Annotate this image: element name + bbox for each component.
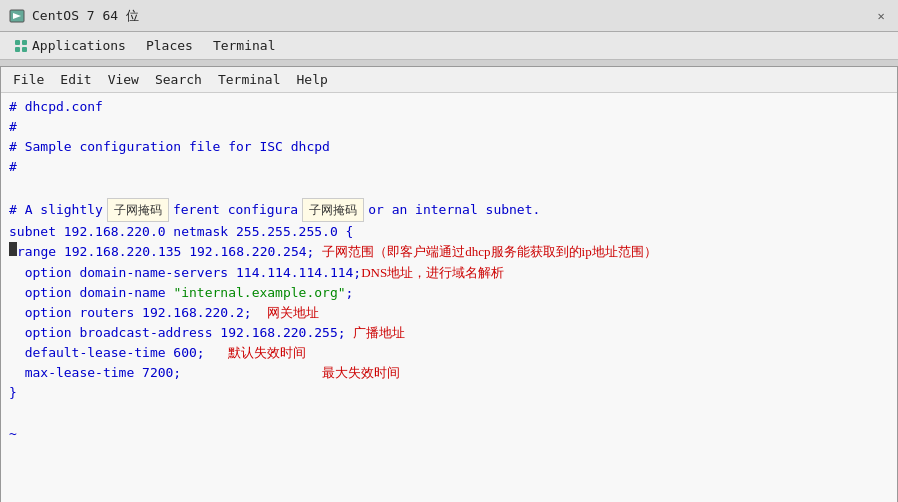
search-menu[interactable]: Search xyxy=(147,70,210,89)
window-icon xyxy=(8,7,26,25)
close-button[interactable]: ✕ xyxy=(872,7,890,25)
help-menu[interactable]: Help xyxy=(289,70,336,89)
terminal-window: File Edit View Search Terminal Help # dh… xyxy=(0,66,898,502)
line-tilde: ~ xyxy=(9,424,889,444)
popup-subnet-mask-1: 子网掩码 xyxy=(107,198,169,223)
line-dns: option domain-name-servers 114.114.114.1… xyxy=(9,263,889,283)
terminal-menu[interactable]: Terminal xyxy=(203,36,286,55)
svg-rect-5 xyxy=(22,47,27,52)
edit-menu[interactable]: Edit xyxy=(52,70,99,89)
line-broadcast: option broadcast-address 192.168.220.255… xyxy=(9,323,889,343)
popup-subnet-mask-2: 子网掩码 xyxy=(302,198,364,223)
inner-menu-bar: File Edit View Search Terminal Help xyxy=(1,67,897,93)
view-menu[interactable]: View xyxy=(100,70,147,89)
svg-rect-4 xyxy=(15,47,20,52)
title-bar: CentOS 7 64 位 ✕ xyxy=(0,0,898,32)
line-routers: option routers 192.168.220.2; 网关地址 xyxy=(9,303,889,323)
line-domain-name: option domain-name "internal.example.org… xyxy=(9,283,889,303)
line-subnet: subnet 192.168.220.0 netmask 255.255.255… xyxy=(9,222,889,242)
places-menu[interactable]: Places xyxy=(136,36,203,55)
svg-rect-2 xyxy=(15,40,20,45)
line-dhcpd-conf: # dhcpd.conf xyxy=(9,97,889,117)
line-sample: # Sample configuration file for ISC dhcp… xyxy=(9,137,889,157)
file-menu[interactable]: File xyxy=(5,70,52,89)
line-slightly: # A slightly 子网掩码 ferent configura 子网掩码 … xyxy=(9,198,889,223)
window-title: CentOS 7 64 位 xyxy=(32,7,872,25)
line-hash1: # xyxy=(9,117,889,137)
line-hash2: # xyxy=(9,157,889,177)
terminal-content: # dhcpd.conf # # Sample configuration fi… xyxy=(1,93,897,502)
line-empty1 xyxy=(9,178,889,198)
cursor xyxy=(9,242,17,256)
line-range: range 192.168.220.135 192.168.220.254; 子… xyxy=(9,242,889,262)
applications-icon xyxy=(14,39,28,53)
line-empty2 xyxy=(9,404,889,424)
terminal-inner-menu[interactable]: Terminal xyxy=(210,70,289,89)
applications-menu[interactable]: Applications xyxy=(4,36,136,55)
line-close-brace: } xyxy=(9,383,889,403)
line-default-lease: default-lease-time 600; 默认失效时间 xyxy=(9,343,889,363)
svg-rect-3 xyxy=(22,40,27,45)
line-max-lease: max-lease-time 7200; 最大失效时间 xyxy=(9,363,889,383)
top-menu-bar: Applications Places Terminal xyxy=(0,32,898,60)
